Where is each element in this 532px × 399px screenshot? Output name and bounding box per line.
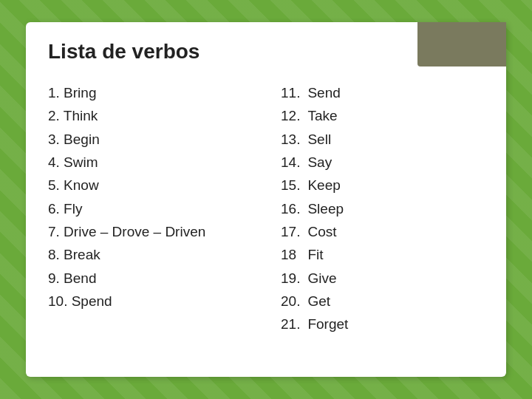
right-number-item: 20.: [281, 290, 300, 313]
content-area: 1. Bring2. Think3. Begin4. Swim5. Know6.…: [48, 81, 484, 336]
right-word-item: Take: [307, 104, 348, 127]
right-word-item: Forget: [307, 313, 348, 335]
list-item: 5. Know: [48, 174, 251, 197]
top-bar-decoration: [417, 22, 506, 66]
right-word-item: Get: [307, 290, 348, 313]
right-word-item: Fit: [307, 243, 348, 266]
right-number-item: 14.: [281, 151, 300, 174]
list-item: 2. Think: [48, 104, 251, 127]
list-item: 8. Break: [48, 243, 251, 266]
right-numbers-column: 11.12.13.14.15.16.17.1819.20.21.: [281, 81, 300, 336]
right-number-item: 17.: [281, 220, 300, 243]
right-word-item: Cost: [307, 220, 348, 243]
right-words-column: SendTakeSellSayKeepSleepCostFitGiveGetFo…: [307, 81, 348, 336]
right-word-item: Send: [307, 81, 348, 104]
list-item: 1. Bring: [48, 81, 251, 104]
right-number-item: 21.: [281, 313, 300, 335]
right-number-item: 16.: [281, 197, 300, 220]
list-item: 10. Spend: [48, 290, 251, 313]
list-item: 6. Fly: [48, 197, 251, 220]
left-verb-list: 1. Bring2. Think3. Begin4. Swim5. Know6.…: [48, 81, 251, 336]
right-number-item: 15.: [281, 174, 300, 197]
right-word-item: Sleep: [307, 197, 348, 220]
list-item: 9. Bend: [48, 267, 251, 290]
list-item: 4. Swim: [48, 151, 251, 174]
right-number-item: 19.: [281, 267, 300, 290]
right-number-item: 13.: [281, 128, 300, 151]
right-verb-list: 11.12.13.14.15.16.17.1819.20.21. SendTak…: [281, 81, 484, 336]
list-item: 7. Drive – Drove – Driven: [48, 220, 251, 243]
right-number-item: 11.: [281, 81, 300, 104]
right-word-item: Say: [307, 151, 348, 174]
list-item: 3. Begin: [48, 128, 251, 151]
main-card: Lista de verbos 1. Bring2. Think3. Begin…: [26, 22, 506, 377]
right-word-item: Give: [307, 267, 348, 290]
right-number-item: 18: [281, 243, 300, 266]
right-word-item: Sell: [307, 128, 348, 151]
right-word-item: Keep: [307, 174, 348, 197]
right-number-item: 12.: [281, 104, 300, 127]
